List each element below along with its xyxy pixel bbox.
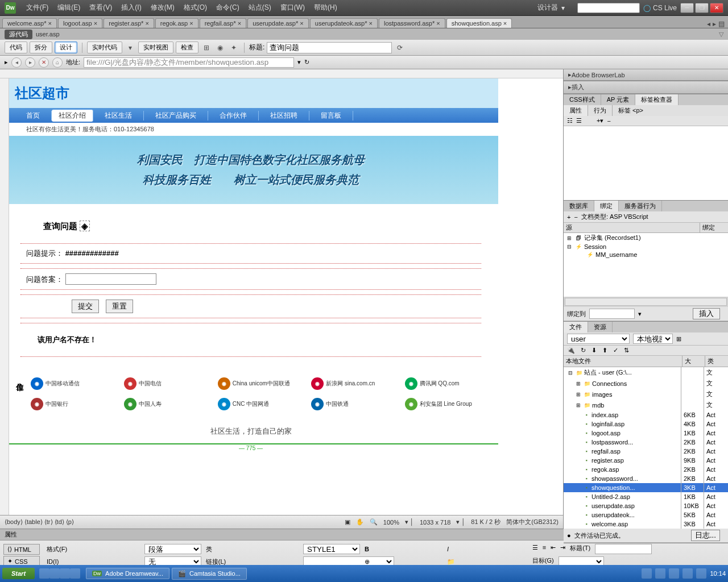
- source-code-button[interactable]: 源代码: [5, 30, 32, 39]
- file-row[interactable]: ▪showquestion...3KBAct: [564, 483, 728, 492]
- expand-icon[interactable]: ▸: [5, 59, 8, 66]
- tab-scroll-right-icon[interactable]: ▸: [713, 20, 716, 28]
- submit-button[interactable]: 提交: [72, 300, 99, 313]
- add-binding-icon[interactable]: +: [567, 214, 570, 221]
- stop-icon[interactable]: ✕: [39, 57, 49, 68]
- menu-窗口(W)[interactable]: 窗口(W): [276, 3, 309, 11]
- bindings-scrollbar[interactable]: [565, 298, 727, 306]
- answer-input[interactable]: [65, 273, 156, 285]
- file-row[interactable]: ⊟📁站点 - user (G:\...文: [564, 367, 728, 378]
- bold-icon[interactable]: B: [365, 546, 442, 552]
- code-view-button[interactable]: 代码: [5, 41, 27, 53]
- nav-item[interactable]: 社区产品购买: [144, 111, 208, 120]
- file-row[interactable]: ⊞📁images文: [564, 389, 728, 400]
- design-view-button[interactable]: 设计: [55, 41, 77, 53]
- restore-button[interactable]: ❐: [695, 3, 709, 13]
- live-view-button[interactable]: 实时视图: [138, 41, 173, 53]
- browse-icon[interactable]: 📁: [447, 558, 528, 566]
- format-select[interactable]: 段落: [144, 544, 201, 554]
- select-tool-icon[interactable]: ▣: [345, 518, 350, 526]
- back-icon[interactable]: ◂: [11, 57, 22, 68]
- insert-binding-button[interactable]: 插入: [693, 308, 720, 319]
- taskbar-app-camtasia[interactable]: 🎬Camtasia Studio...: [172, 568, 247, 580]
- inspect-button[interactable]: 检查: [176, 41, 198, 53]
- tab-ap-elements[interactable]: AP 元素: [601, 94, 636, 105]
- title-input[interactable]: [267, 42, 392, 53]
- menu-编辑(E)[interactable]: 编辑(E): [53, 3, 85, 11]
- quick-launch-icon[interactable]: [60, 568, 70, 579]
- hand-tool-icon[interactable]: ✋: [356, 518, 364, 526]
- clock[interactable]: 10:14: [710, 570, 726, 577]
- html-mode-button[interactable]: ⟨⟩ HTML: [3, 544, 40, 555]
- tab-bindings[interactable]: 绑定: [594, 201, 619, 211]
- doc-tab[interactable]: userupdate.asp* ×: [247, 18, 309, 28]
- italic-icon[interactable]: I: [447, 546, 528, 552]
- tray-icon[interactable]: [669, 568, 679, 579]
- menu-查看(V)[interactable]: 查看(V): [85, 3, 117, 11]
- go-icon[interactable]: ↻: [304, 59, 309, 66]
- tag-attributes-list[interactable]: [564, 126, 728, 200]
- point-to-file-icon[interactable]: ⊕: [365, 558, 442, 566]
- file-row[interactable]: ▪regok.asp2KBAct: [564, 465, 728, 474]
- file-row[interactable]: ▪welcome.asp3KBAct: [564, 519, 728, 529]
- quick-launch-icon[interactable]: [39, 568, 49, 579]
- close-button[interactable]: ✕: [710, 3, 723, 13]
- menu-修改(M)[interactable]: 修改(M): [146, 3, 179, 11]
- menu-站点(S)[interactable]: 站点(S): [244, 3, 276, 11]
- doc-tab[interactable]: register.asp* ×: [104, 18, 154, 28]
- zoom-tool-icon[interactable]: 🔍: [370, 518, 378, 526]
- file-row[interactable]: ▪register.asp9KBAct: [564, 456, 728, 465]
- tray-icon[interactable]: [682, 568, 693, 579]
- split-view-button[interactable]: 拆分: [30, 41, 52, 53]
- doc-tab[interactable]: regfail.asp* ×: [200, 18, 247, 28]
- address-dropdown-icon[interactable]: ▾: [297, 59, 301, 66]
- indent-icon[interactable]: ⇥: [560, 544, 565, 554]
- forward-icon[interactable]: ▸: [25, 57, 35, 68]
- home-icon[interactable]: ⌂: [52, 57, 63, 68]
- file-row[interactable]: ▪lostpassword...2KBAct: [564, 438, 728, 447]
- tray-icon[interactable]: [655, 568, 665, 579]
- file-row[interactable]: ▪loginfail.asp4KBAct: [564, 419, 728, 429]
- address-input[interactable]: [84, 57, 294, 68]
- live-code-options-icon[interactable]: ▾: [125, 43, 136, 53]
- site-select[interactable]: user: [567, 334, 630, 344]
- files-column-headers[interactable]: 本地文件 大 类: [564, 356, 728, 367]
- checkout-icon[interactable]: ✓: [613, 347, 618, 354]
- live-code-button[interactable]: 实时代码: [87, 41, 122, 53]
- file-row[interactable]: ▪regfail.asp2KBAct: [564, 447, 728, 456]
- file-row[interactable]: ⊞📁Connections文: [564, 378, 728, 389]
- view-select[interactable]: 本地视图: [633, 334, 673, 344]
- filter-icon[interactable]: ▽: [719, 31, 723, 38]
- file-row[interactable]: ▪userupdate.asp10KBAct: [564, 501, 728, 510]
- visual-aids-icon[interactable]: ✦: [228, 43, 239, 53]
- tab-css-styles[interactable]: CSS样式: [564, 94, 601, 105]
- recordset-node[interactable]: 记录集 (Recordset1): [584, 234, 641, 242]
- title-attr-input[interactable]: [595, 544, 652, 554]
- multiscreen-icon[interactable]: ⊞: [201, 43, 212, 53]
- remove-binding-icon[interactable]: −: [574, 214, 577, 221]
- nav-item[interactable]: 社区招聘: [259, 111, 309, 120]
- doc-tab[interactable]: logoot.asp ×: [58, 18, 102, 28]
- ul-icon[interactable]: ☰: [532, 544, 538, 554]
- browserlab-panel-header[interactable]: ▸ Adobe BrowserLab: [564, 69, 728, 81]
- add-attr-icon[interactable]: +▾: [597, 117, 603, 124]
- reset-button[interactable]: 重置: [106, 300, 133, 313]
- get-icon[interactable]: ⬇: [592, 347, 597, 354]
- category-view-icon[interactable]: ☷: [567, 117, 573, 124]
- tray-icon[interactable]: [642, 568, 652, 579]
- menu-文件(F)[interactable]: 文件(F): [22, 3, 53, 11]
- bindings-tree[interactable]: 源绑定 ⊞🗐记录集 (Recordset1) ⊟⚡Session ⚡MM_use…: [564, 223, 728, 297]
- doc-tab[interactable]: showquestion.asp ×: [446, 18, 512, 28]
- nav-item[interactable]: 留言板: [309, 111, 353, 120]
- doc-tab[interactable]: welcome.asp* ×: [2, 18, 57, 28]
- nav-item[interactable]: 社区介绍: [52, 110, 93, 122]
- tab-menu-icon[interactable]: ▤: [718, 20, 725, 28]
- quick-launch-icon[interactable]: [49, 568, 60, 579]
- outdent-icon[interactable]: ⇤: [551, 544, 556, 554]
- list-view-icon[interactable]: ☰: [576, 117, 582, 124]
- ol-icon[interactable]: ≡: [543, 544, 546, 554]
- file-row[interactable]: ▪index.asp6KBAct: [564, 410, 728, 419]
- nav-item[interactable]: 社区生活: [93, 111, 144, 120]
- start-button[interactable]: Start: [2, 568, 35, 579]
- file-row[interactable]: ▪showpassword...2KBAct: [564, 474, 728, 483]
